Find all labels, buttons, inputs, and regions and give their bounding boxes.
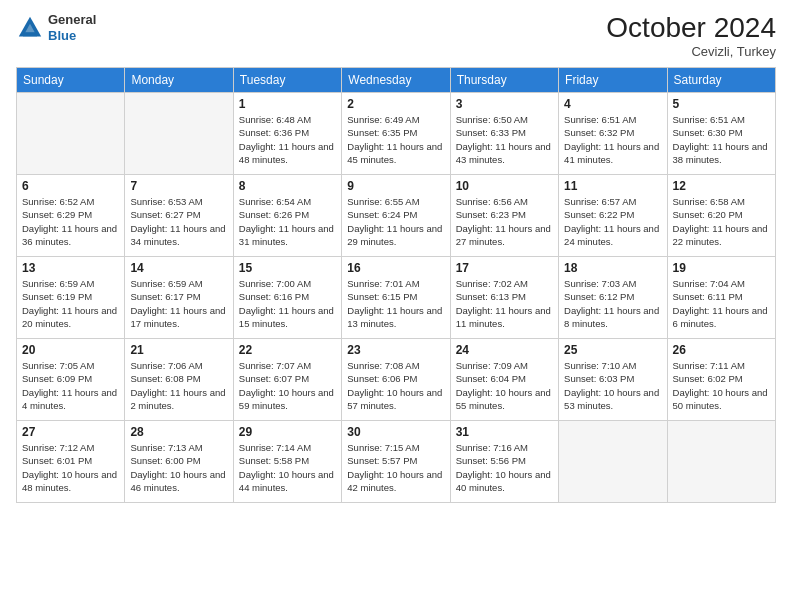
calendar-cell: 11Sunrise: 6:57 AMSunset: 6:22 PMDayligh… — [559, 175, 667, 257]
calendar-cell: 22Sunrise: 7:07 AMSunset: 6:07 PMDayligh… — [233, 339, 341, 421]
day-info: Sunrise: 6:53 AMSunset: 6:27 PMDaylight:… — [130, 195, 227, 248]
day-number: 25 — [564, 343, 661, 357]
calendar-cell: 10Sunrise: 6:56 AMSunset: 6:23 PMDayligh… — [450, 175, 558, 257]
day-info: Sunrise: 6:58 AMSunset: 6:20 PMDaylight:… — [673, 195, 770, 248]
col-monday: Monday — [125, 68, 233, 93]
day-info: Sunrise: 7:10 AMSunset: 6:03 PMDaylight:… — [564, 359, 661, 412]
day-number: 8 — [239, 179, 336, 193]
col-friday: Friday — [559, 68, 667, 93]
col-thursday: Thursday — [450, 68, 558, 93]
day-number: 17 — [456, 261, 553, 275]
day-number: 9 — [347, 179, 444, 193]
col-wednesday: Wednesday — [342, 68, 450, 93]
day-info: Sunrise: 7:09 AMSunset: 6:04 PMDaylight:… — [456, 359, 553, 412]
day-info: Sunrise: 7:03 AMSunset: 6:12 PMDaylight:… — [564, 277, 661, 330]
calendar-cell: 1Sunrise: 6:48 AMSunset: 6:36 PMDaylight… — [233, 93, 341, 175]
calendar-cell: 31Sunrise: 7:16 AMSunset: 5:56 PMDayligh… — [450, 421, 558, 503]
day-info: Sunrise: 7:15 AMSunset: 5:57 PMDaylight:… — [347, 441, 444, 494]
day-info: Sunrise: 6:48 AMSunset: 6:36 PMDaylight:… — [239, 113, 336, 166]
day-info: Sunrise: 7:00 AMSunset: 6:16 PMDaylight:… — [239, 277, 336, 330]
day-number: 11 — [564, 179, 661, 193]
month-title: October 2024 — [606, 12, 776, 44]
calendar-cell — [559, 421, 667, 503]
calendar-cell: 16Sunrise: 7:01 AMSunset: 6:15 PMDayligh… — [342, 257, 450, 339]
day-info: Sunrise: 7:07 AMSunset: 6:07 PMDaylight:… — [239, 359, 336, 412]
day-number: 1 — [239, 97, 336, 111]
day-info: Sunrise: 7:02 AMSunset: 6:13 PMDaylight:… — [456, 277, 553, 330]
calendar-cell: 21Sunrise: 7:06 AMSunset: 6:08 PMDayligh… — [125, 339, 233, 421]
calendar-cell: 24Sunrise: 7:09 AMSunset: 6:04 PMDayligh… — [450, 339, 558, 421]
svg-rect-2 — [23, 32, 37, 36]
day-number: 22 — [239, 343, 336, 357]
day-number: 15 — [239, 261, 336, 275]
calendar-cell — [667, 421, 775, 503]
logo-general: General — [48, 12, 96, 27]
header: General Blue October 2024 Cevizli, Turke… — [16, 12, 776, 59]
calendar-cell — [125, 93, 233, 175]
calendar-cell: 4Sunrise: 6:51 AMSunset: 6:32 PMDaylight… — [559, 93, 667, 175]
day-info: Sunrise: 7:16 AMSunset: 5:56 PMDaylight:… — [456, 441, 553, 494]
calendar-cell — [17, 93, 125, 175]
col-saturday: Saturday — [667, 68, 775, 93]
calendar-cell: 5Sunrise: 6:51 AMSunset: 6:30 PMDaylight… — [667, 93, 775, 175]
calendar-cell: 9Sunrise: 6:55 AMSunset: 6:24 PMDaylight… — [342, 175, 450, 257]
calendar-week-row-5: 27Sunrise: 7:12 AMSunset: 6:01 PMDayligh… — [17, 421, 776, 503]
col-sunday: Sunday — [17, 68, 125, 93]
calendar-cell: 13Sunrise: 6:59 AMSunset: 6:19 PMDayligh… — [17, 257, 125, 339]
day-number: 5 — [673, 97, 770, 111]
logo: General Blue — [16, 12, 96, 43]
calendar-week-row-3: 13Sunrise: 6:59 AMSunset: 6:19 PMDayligh… — [17, 257, 776, 339]
title-section: October 2024 Cevizli, Turkey — [606, 12, 776, 59]
calendar-cell: 17Sunrise: 7:02 AMSunset: 6:13 PMDayligh… — [450, 257, 558, 339]
day-info: Sunrise: 7:11 AMSunset: 6:02 PMDaylight:… — [673, 359, 770, 412]
day-info: Sunrise: 7:08 AMSunset: 6:06 PMDaylight:… — [347, 359, 444, 412]
day-number: 14 — [130, 261, 227, 275]
calendar-cell: 8Sunrise: 6:54 AMSunset: 6:26 PMDaylight… — [233, 175, 341, 257]
day-info: Sunrise: 7:04 AMSunset: 6:11 PMDaylight:… — [673, 277, 770, 330]
day-info: Sunrise: 6:59 AMSunset: 6:17 PMDaylight:… — [130, 277, 227, 330]
calendar-cell: 28Sunrise: 7:13 AMSunset: 6:00 PMDayligh… — [125, 421, 233, 503]
calendar-cell: 15Sunrise: 7:00 AMSunset: 6:16 PMDayligh… — [233, 257, 341, 339]
day-number: 3 — [456, 97, 553, 111]
page: General Blue October 2024 Cevizli, Turke… — [0, 0, 792, 612]
location-subtitle: Cevizli, Turkey — [606, 44, 776, 59]
day-info: Sunrise: 6:54 AMSunset: 6:26 PMDaylight:… — [239, 195, 336, 248]
day-number: 12 — [673, 179, 770, 193]
logo-blue: Blue — [48, 28, 76, 43]
day-info: Sunrise: 6:51 AMSunset: 6:32 PMDaylight:… — [564, 113, 661, 166]
calendar-cell: 18Sunrise: 7:03 AMSunset: 6:12 PMDayligh… — [559, 257, 667, 339]
day-info: Sunrise: 6:57 AMSunset: 6:22 PMDaylight:… — [564, 195, 661, 248]
calendar-cell: 19Sunrise: 7:04 AMSunset: 6:11 PMDayligh… — [667, 257, 775, 339]
day-number: 7 — [130, 179, 227, 193]
day-number: 31 — [456, 425, 553, 439]
calendar-cell: 29Sunrise: 7:14 AMSunset: 5:58 PMDayligh… — [233, 421, 341, 503]
calendar-cell: 25Sunrise: 7:10 AMSunset: 6:03 PMDayligh… — [559, 339, 667, 421]
calendar-cell: 14Sunrise: 6:59 AMSunset: 6:17 PMDayligh… — [125, 257, 233, 339]
col-tuesday: Tuesday — [233, 68, 341, 93]
day-number: 23 — [347, 343, 444, 357]
day-number: 27 — [22, 425, 119, 439]
day-number: 16 — [347, 261, 444, 275]
logo-text: General Blue — [48, 12, 96, 43]
calendar-cell: 3Sunrise: 6:50 AMSunset: 6:33 PMDaylight… — [450, 93, 558, 175]
calendar-week-row-1: 1Sunrise: 6:48 AMSunset: 6:36 PMDaylight… — [17, 93, 776, 175]
day-info: Sunrise: 7:13 AMSunset: 6:00 PMDaylight:… — [130, 441, 227, 494]
day-info: Sunrise: 6:52 AMSunset: 6:29 PMDaylight:… — [22, 195, 119, 248]
calendar-cell: 26Sunrise: 7:11 AMSunset: 6:02 PMDayligh… — [667, 339, 775, 421]
day-number: 20 — [22, 343, 119, 357]
day-info: Sunrise: 6:51 AMSunset: 6:30 PMDaylight:… — [673, 113, 770, 166]
day-info: Sunrise: 7:06 AMSunset: 6:08 PMDaylight:… — [130, 359, 227, 412]
calendar: Sunday Monday Tuesday Wednesday Thursday… — [16, 67, 776, 503]
calendar-week-row-2: 6Sunrise: 6:52 AMSunset: 6:29 PMDaylight… — [17, 175, 776, 257]
day-info: Sunrise: 7:14 AMSunset: 5:58 PMDaylight:… — [239, 441, 336, 494]
day-number: 19 — [673, 261, 770, 275]
logo-icon — [16, 14, 44, 42]
day-number: 30 — [347, 425, 444, 439]
calendar-cell: 12Sunrise: 6:58 AMSunset: 6:20 PMDayligh… — [667, 175, 775, 257]
day-number: 26 — [673, 343, 770, 357]
calendar-cell: 23Sunrise: 7:08 AMSunset: 6:06 PMDayligh… — [342, 339, 450, 421]
calendar-cell: 7Sunrise: 6:53 AMSunset: 6:27 PMDaylight… — [125, 175, 233, 257]
day-number: 10 — [456, 179, 553, 193]
day-info: Sunrise: 6:50 AMSunset: 6:33 PMDaylight:… — [456, 113, 553, 166]
day-number: 21 — [130, 343, 227, 357]
